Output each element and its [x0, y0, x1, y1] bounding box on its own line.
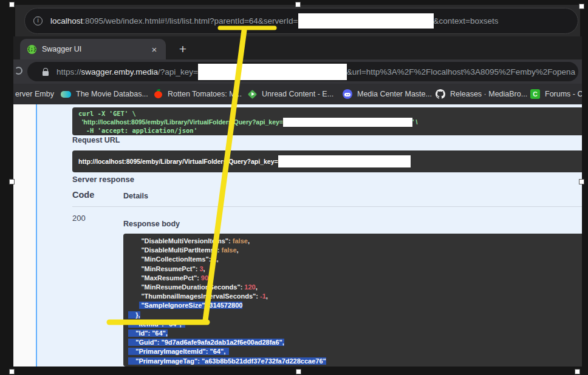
bookmark-rotten-tomatoes[interactable]: Rotten Tomatoes: M... [153, 84, 242, 104]
response-body-line: "Id": "64", [128, 329, 582, 338]
tomato-icon [153, 89, 163, 99]
tab-bar: {;} Swagger UI × + [13, 36, 582, 59]
bookmark-tmdb[interactable]: The Movie Databas... [61, 84, 148, 104]
code-column-header: Code [72, 190, 94, 200]
address-bar-1[interactable]: i localhost:8095/web/index.html#!/list/l… [24, 8, 578, 34]
swagger-get-opblock: curl -X 'GET' \ 'http://localhost:8095/e… [36, 104, 582, 367]
redaction-box-serverid [298, 13, 434, 29]
selection-handle[interactable] [579, 4, 584, 9]
selected-text: "Guid": "9d7ad6afe9afa2dab1a2f6e00ad28fa… [128, 339, 284, 346]
curl-line-3: -H 'accept: application/json' [78, 127, 582, 135]
server-response-heading: Server response [72, 175, 134, 184]
response-body-line: "ThumbnailImagesIntervalSeconds": -1, [128, 292, 582, 301]
tab-close-icon[interactable]: × [149, 44, 160, 55]
table-divider [72, 206, 582, 207]
url1-host: localhost [50, 16, 83, 25]
response-body-line: "Guid": "9d7ad6afe9afa2dab1a2f6e00ad28fa… [128, 338, 582, 347]
response-body-line: "PrimaryImageTag": "a63b8b5b21ddf37e732f… [128, 357, 582, 366]
reload-icon[interactable] [15, 67, 22, 75]
redaction-box-apikey-url [198, 64, 347, 80]
swagger-page: curl -X 'GET' \ 'http://localhost:8095/e… [13, 104, 582, 367]
url2-host: swagger.emby.media [81, 67, 159, 76]
bookmarks-bar: erver Emby The Movie Databas... Rotten T… [13, 84, 582, 104]
url2-suffix: &url=http%3A%2F%2Flocalhost%3A8095%2Femb… [347, 67, 575, 76]
response-body-line: }, [128, 311, 582, 320]
selection-handle[interactable] [579, 179, 584, 184]
swagger-favicon-icon: {;} [27, 45, 36, 54]
request-url-block: http://localhost:8095/emby/Library/Virtu… [72, 150, 582, 172]
selection-handle[interactable] [295, 2, 301, 7]
bookmark-forums[interactable]: CForums - Co [530, 84, 582, 104]
bookmark-media-center-master[interactable]: Media Center Maste... [343, 84, 432, 104]
curl-line-2: 'http://localhost:8095/emby/Library/Virt… [78, 118, 582, 127]
selected-text: }, [128, 311, 140, 319]
bookmark-releases-mediabrowser[interactable]: Releases · MediaBro... [436, 84, 527, 104]
details-column-header: Details [123, 192, 148, 200]
address-bar-2[interactable]: https://swagger.emby.media/?api_key=&url… [27, 62, 578, 81]
response-body-line: "DisableMultiPartItems": false, [128, 246, 582, 255]
tmdb-icon [61, 91, 71, 98]
redaction-box-apikey-requrl [278, 155, 411, 167]
url2-path: /?api_key= [158, 67, 198, 76]
curl-line-1: curl -X 'GET' \ [78, 110, 582, 118]
redaction-box-apikey-curl [283, 118, 412, 127]
tab-swagger-ui[interactable]: {;} Swagger UI × [20, 39, 166, 59]
url1-suffix: &context=boxsets [434, 16, 499, 25]
response-body-line: "DisableMultiVersionItems": false, [128, 237, 582, 246]
lock-icon[interactable] [42, 67, 49, 76]
response-body-line: }, [128, 366, 582, 367]
response-body-label: Response body [123, 220, 180, 228]
url2-scheme: https:// [56, 67, 81, 76]
selected-text: "SampleIgnoreSize": 314572800 [139, 302, 242, 309]
response-body-line: "MinCollectionItems": 2, [128, 255, 582, 264]
selected-text: "ItemId": "64", [128, 320, 185, 328]
url-text-1[interactable]: localhost:8095/web/index.html#!/list/lis… [50, 13, 498, 29]
request-url-label: Request URL [72, 136, 120, 144]
response-body-line: "SampleIgnoreSize": 314572800 [128, 301, 582, 310]
selection-handle[interactable] [9, 369, 15, 374]
bookmark-unread-content[interactable]: Unread Content - E... [247, 84, 333, 104]
response-body-block[interactable]: "DisableMultiVersionItems": false, "Disa… [123, 234, 582, 367]
github-icon [436, 89, 445, 99]
response-body-line: "PrimaryImageItemId": "64", [128, 347, 582, 356]
selected-text: "PrimaryImageItemId": "64", [128, 348, 229, 355]
selection-handle[interactable] [9, 179, 15, 184]
selection-handle[interactable] [575, 369, 580, 374]
emby-diamond-icon [247, 89, 257, 99]
pasted-urlbar-strip: i localhost:8095/web/index.html#!/list/l… [15, 5, 580, 36]
tab-title: Swagger UI [42, 45, 149, 53]
annotated-screenshot-canvas: i localhost:8095/web/index.html#!/list/l… [0, 0, 588, 375]
url-text-2[interactable]: https://swagger.emby.media/?api_key=&url… [56, 64, 575, 80]
response-body-line: "MaxResumePct": 90, [128, 274, 582, 283]
selected-text: "Id": "64", [128, 329, 168, 337]
curl-command-block: curl -X 'GET' \ 'http://localhost:8095/e… [72, 107, 582, 135]
response-body-line: "MinResumePct": 3, [128, 265, 582, 274]
discord-icon [343, 89, 352, 99]
selection-handle[interactable] [9, 2, 15, 7]
browser-window: {;} Swagger UI × + https://swagger.emby.… [13, 36, 582, 367]
forum-c-icon: C [530, 89, 540, 99]
url1-path: :8095/web/index.html#!/list/list.html?pa… [83, 16, 298, 25]
request-url-value: http://localhost:8095/emby/Library/Virtu… [78, 155, 411, 167]
new-tab-button[interactable]: + [175, 41, 191, 57]
browser-toolbar: https://swagger.emby.media/?api_key=&url… [13, 59, 582, 84]
status-code-value: 200 [72, 214, 86, 223]
response-body-line: "MinResumeDurationSeconds": 120, [128, 283, 582, 292]
bookmark-emby-server[interactable]: erver Emby [15, 84, 54, 104]
selection-handle[interactable] [296, 369, 301, 374]
page-info-icon[interactable]: i [33, 16, 43, 25]
response-body-line: "ItemId": "64", [128, 320, 582, 329]
selected-text: "PrimaryImageTag": "a63b8b5b21ddf37e732f… [128, 357, 326, 365]
